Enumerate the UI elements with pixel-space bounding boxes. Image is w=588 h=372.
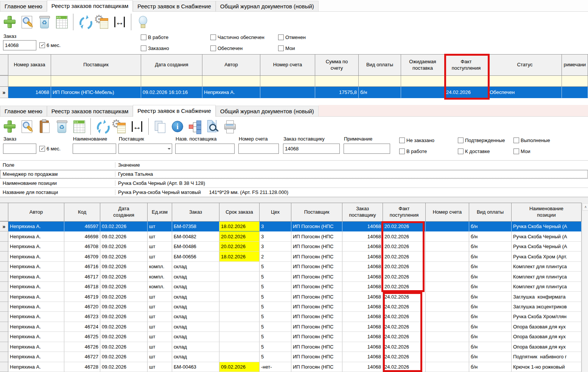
refresh-icon[interactable] [78, 15, 92, 29]
table-cell[interactable]: 5 [260, 272, 291, 281]
checkbox-box[interactable] [39, 146, 45, 152]
field-value-row[interactable]: Название для поставщи Ручка Ручка-скоба … [0, 188, 588, 197]
table-cell[interactable]: ИП Погосян (НПС [291, 322, 342, 332]
in-progress-checkbox[interactable]: В работе [399, 148, 427, 154]
table-cell[interactable]: 14068 [342, 231, 383, 241]
table-cell[interactable]: склад [172, 302, 219, 312]
hint-bulb-icon[interactable] [135, 15, 150, 29]
partially-secured-checkbox[interactable]: Частично обеспечен [210, 34, 264, 40]
table-cell[interactable]: Ручка Скоба Черный (А [512, 231, 582, 241]
table-cell[interactable]: Непряхина А. [8, 222, 64, 231]
table-cell[interactable]: б/н [469, 352, 512, 362]
table-cell[interactable]: б/н [469, 322, 512, 332]
table-cell[interactable]: 09.02.2026 [100, 362, 148, 372]
checkbox-box[interactable] [210, 45, 216, 51]
table-cell[interactable]: б/н [469, 292, 512, 302]
column-header[interactable]: Срок заказа [219, 203, 260, 221]
table-cell[interactable]: 09.02.2026 [100, 252, 148, 261]
table-cell[interactable] [562, 87, 588, 98]
excel-export-icon[interactable]: XLS [72, 119, 86, 134]
table-cell[interactable]: б/н [469, 231, 512, 241]
table-cell[interactable]: БМ-00656 [172, 252, 219, 261]
table-cell[interactable]: Ручка Скоба Черный (А [512, 242, 582, 252]
order-filter-input[interactable] [3, 40, 36, 50]
table-cell[interactable]: 09.02.2026 [100, 352, 148, 362]
table-cell[interactable]: 46723 [64, 312, 100, 322]
table-cell[interactable]: ИП Погосян (НПС [291, 342, 342, 352]
table-cell[interactable]: склад [172, 342, 219, 352]
column-header[interactable]: Номер заказа [8, 55, 51, 75]
field-value-row[interactable]: Наименование позиции Ручка Скоба Черный … [0, 179, 588, 188]
table-cell[interactable]: 14068 [342, 332, 383, 342]
table-cell[interactable]: Непряхина А. [8, 302, 64, 312]
table-cell[interactable] [219, 342, 260, 352]
order-filter-input[interactable] [3, 144, 36, 154]
tab-general-document-journal[interactable]: Общий журнал документов (новый) [216, 106, 319, 116]
table-cell[interactable]: Непряхина А. [8, 352, 64, 362]
table-cell[interactable]: 14068 [342, 272, 383, 281]
mine-checkbox[interactable]: Мои [278, 45, 295, 51]
table-cell[interactable]: 14068 [342, 312, 383, 322]
table-cell[interactable]: шт [148, 342, 172, 352]
supplier-name-filter-input[interactable] [175, 144, 235, 154]
table-cell[interactable]: Ручка Скоба Хром/глян [512, 312, 582, 322]
table-cell[interactable]: склад [172, 312, 219, 322]
table-cell[interactable]: 09.02.2026 [219, 362, 260, 372]
table-cell[interactable]: 14068 [342, 282, 383, 292]
table-cell[interactable]: Опора базовая для кух [512, 322, 582, 332]
name-filter-input[interactable] [73, 144, 116, 154]
table-row[interactable]: Непряхина А.4672009.02.2026штсклад5ИП По… [0, 302, 582, 312]
table-cell[interactable]: шт [148, 332, 172, 342]
table-cell[interactable]: 24.02.2026 [383, 352, 426, 362]
column-filter-cell[interactable] [359, 76, 401, 87]
for-delivery-checkbox[interactable]: К доставке [458, 148, 490, 154]
table-cell[interactable]: 14068 [342, 242, 383, 252]
table-cell[interactable] [219, 262, 260, 272]
table-cell[interactable]: компл. [148, 282, 172, 292]
table-cell[interactable] [426, 292, 469, 302]
table-cell[interactable]: б/н [469, 332, 512, 342]
checkbox-box[interactable] [513, 138, 519, 143]
column-header[interactable]: римечани [562, 55, 588, 75]
confirmed-checkbox[interactable]: Подтвержденные [458, 138, 505, 143]
table-row[interactable]: Непряхина А.4672609.02.2026штсклад5ИП По… [0, 342, 582, 352]
table-cell[interactable]: Непряхина А. [8, 252, 64, 261]
table-cell[interactable] [260, 87, 315, 98]
table-cell[interactable]: 20.02.2026 [383, 222, 426, 231]
table-cell[interactable]: Заглушка эксцентриков [512, 302, 582, 312]
table-cell[interactable]: 5 [260, 332, 291, 342]
table-row[interactable]: Непряхина А.4670909.02.2026штБМ-0065618.… [0, 252, 582, 261]
table-cell[interactable]: 5 [260, 352, 291, 362]
paste-icon[interactable] [37, 119, 51, 134]
table-cell[interactable]: 46725 [64, 332, 100, 342]
table-cell[interactable]: ИП Погосян (НПС [291, 272, 342, 281]
copy-icon[interactable] [153, 119, 167, 134]
tab-general-document-journal[interactable]: Общий журнал документов (новый) [216, 1, 319, 11]
table-cell[interactable]: Крючок 1-но рожковый [512, 362, 582, 372]
table-cell[interactable] [426, 242, 469, 252]
table-cell[interactable]: 24.02.2026 [383, 332, 426, 342]
table-cell[interactable]: ИП Погосян (НПС-Мебель) [51, 87, 141, 98]
table-cell[interactable]: Заглушка конфирмата [512, 292, 582, 302]
table-cell[interactable]: 5 [260, 302, 291, 312]
table-cell[interactable] [426, 332, 469, 342]
table-cell[interactable]: компл. [148, 272, 172, 281]
note-filter-input[interactable] [344, 144, 390, 154]
table-cell[interactable]: Обеспечен [488, 87, 562, 98]
table-cell[interactable]: 18.02.2026 [219, 222, 260, 231]
table-cell[interactable]: 24.02.2026 [383, 302, 426, 312]
column-filter-cell[interactable] [488, 76, 562, 87]
table-cell[interactable] [426, 302, 469, 312]
edit-search-icon[interactable]: ✎ [20, 119, 34, 134]
column-header[interactable]: Ед.изм [148, 203, 172, 221]
fit-width-icon[interactable]: ↔ [130, 119, 144, 134]
table-cell[interactable]: Непряхина А. [8, 312, 64, 322]
table-cell[interactable]: шт [148, 312, 172, 322]
table-cell[interactable]: б/н [469, 242, 512, 252]
invoice-filter-input[interactable] [238, 144, 279, 154]
table-cell[interactable]: БМ-00463 [172, 362, 219, 372]
table-cell[interactable] [219, 322, 260, 332]
table-cell[interactable]: 46726 [64, 342, 100, 352]
table-row[interactable]: Непряхина А.4672709.02.2026штсклад5ИП По… [0, 352, 582, 362]
supplier-order-filter-input[interactable] [283, 144, 340, 154]
